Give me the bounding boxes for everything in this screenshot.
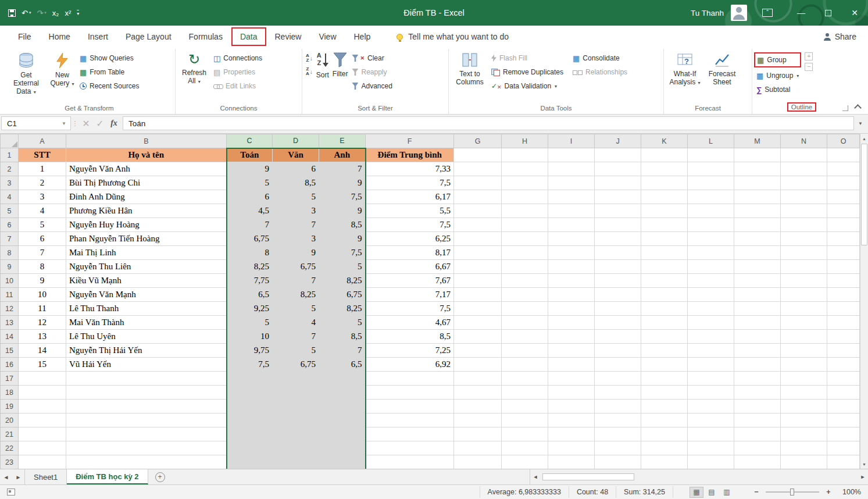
cell-I15[interactable] bbox=[548, 344, 595, 358]
cell-H1[interactable] bbox=[502, 148, 548, 162]
column-header-L[interactable]: L bbox=[688, 134, 734, 148]
cell-G3[interactable] bbox=[454, 176, 502, 190]
cell-G4[interactable] bbox=[454, 190, 502, 204]
cell-J14[interactable] bbox=[595, 330, 641, 344]
cell-N7[interactable] bbox=[781, 232, 827, 246]
cell-H4[interactable] bbox=[502, 190, 548, 204]
cell-H11[interactable] bbox=[502, 288, 548, 302]
cell-C16[interactable]: 7,5 bbox=[227, 358, 273, 372]
insert-function-button[interactable]: fx bbox=[107, 116, 121, 130]
cell-I9[interactable] bbox=[548, 260, 595, 274]
from-table-button[interactable]: ▦From Table bbox=[77, 66, 141, 78]
subtotal-button[interactable]: ∑Subtotal bbox=[754, 84, 801, 95]
cell-M15[interactable] bbox=[734, 344, 781, 358]
cell-E3[interactable]: 9 bbox=[319, 176, 366, 190]
cell-D6[interactable]: 7 bbox=[273, 218, 319, 232]
cell-L11[interactable] bbox=[688, 288, 734, 302]
cell-K9[interactable] bbox=[641, 260, 688, 274]
cell-B8[interactable]: Mai Thị Linh bbox=[66, 246, 227, 260]
cell-C23[interactable] bbox=[227, 455, 273, 469]
cell-M9[interactable] bbox=[734, 260, 781, 274]
cell-D9[interactable]: 6,75 bbox=[273, 260, 319, 274]
cell-F15[interactable]: 7,25 bbox=[366, 344, 454, 358]
cell-O15[interactable] bbox=[827, 344, 860, 358]
cell-M23[interactable] bbox=[734, 455, 781, 469]
cell-I10[interactable] bbox=[548, 274, 595, 288]
tab-home[interactable]: Home bbox=[40, 27, 79, 46]
row-header-17[interactable]: 17 bbox=[1, 372, 19, 386]
cell-D19[interactable] bbox=[273, 400, 319, 414]
scroll-down-button[interactable]: ▼ bbox=[860, 459, 868, 469]
cell-B19[interactable] bbox=[66, 400, 227, 414]
page-layout-view-button[interactable]: ▤ bbox=[705, 487, 719, 498]
row-header-8[interactable]: 8 bbox=[1, 246, 19, 260]
cell-J7[interactable] bbox=[595, 232, 641, 246]
cell-I21[interactable] bbox=[548, 427, 595, 441]
cell-A4[interactable]: 3 bbox=[19, 190, 66, 204]
cell-K17[interactable] bbox=[641, 372, 688, 386]
cell-D13[interactable]: 4 bbox=[273, 316, 319, 330]
cell-O22[interactable] bbox=[827, 441, 860, 455]
cell-N16[interactable] bbox=[781, 358, 827, 372]
sort-button[interactable]: AZ Sort bbox=[315, 49, 331, 81]
subscript-button[interactable]: x₂ bbox=[52, 9, 59, 17]
cell-H14[interactable] bbox=[502, 330, 548, 344]
cell-J11[interactable] bbox=[595, 288, 641, 302]
cell-K6[interactable] bbox=[641, 218, 688, 232]
cell-N17[interactable] bbox=[781, 372, 827, 386]
sort-ascending-button[interactable]: AZ↓ bbox=[304, 52, 315, 64]
cell-L21[interactable] bbox=[688, 427, 734, 441]
cell-O10[interactable] bbox=[827, 274, 860, 288]
cell-L16[interactable] bbox=[688, 358, 734, 372]
cell-F13[interactable]: 4,67 bbox=[366, 316, 454, 330]
zoom-slider-track[interactable] bbox=[766, 491, 819, 493]
vertical-scroll-thumb[interactable] bbox=[861, 144, 867, 245]
cell-D2[interactable]: 6 bbox=[273, 162, 319, 176]
tab-file[interactable]: File bbox=[9, 27, 40, 46]
cell-N20[interactable] bbox=[781, 414, 827, 427]
column-header-M[interactable]: M bbox=[734, 134, 781, 148]
cell-H17[interactable] bbox=[502, 372, 548, 386]
cell-J19[interactable] bbox=[595, 400, 641, 414]
cell-E4[interactable]: 7,5 bbox=[319, 190, 366, 204]
zoom-in-button[interactable]: + bbox=[824, 488, 833, 496]
cell-J22[interactable] bbox=[595, 441, 641, 455]
cell-J1[interactable] bbox=[595, 148, 641, 162]
horizontal-scroll-thumb[interactable] bbox=[542, 473, 634, 480]
cell-F4[interactable]: 6,17 bbox=[366, 190, 454, 204]
row-header-12[interactable]: 12 bbox=[1, 302, 19, 316]
get-external-data-button[interactable]: Get External Data ▾ bbox=[5, 49, 47, 97]
row-header-20[interactable]: 20 bbox=[1, 414, 19, 427]
cell-N3[interactable] bbox=[781, 176, 827, 190]
cell-D23[interactable] bbox=[273, 455, 319, 469]
cell-E13[interactable]: 5 bbox=[319, 316, 366, 330]
cell-C2[interactable]: 9 bbox=[227, 162, 273, 176]
collapse-ribbon-button[interactable] bbox=[855, 104, 862, 109]
cell-H13[interactable] bbox=[502, 316, 548, 330]
cell-N8[interactable] bbox=[781, 246, 827, 260]
cell-A22[interactable] bbox=[19, 441, 66, 455]
cell-A12[interactable]: 11 bbox=[19, 302, 66, 316]
cell-M12[interactable] bbox=[734, 302, 781, 316]
cell-O19[interactable] bbox=[827, 400, 860, 414]
name-box[interactable]: C1▼ bbox=[1, 116, 71, 130]
cell-H10[interactable] bbox=[502, 274, 548, 288]
enter-entry-button[interactable]: ✓ bbox=[93, 116, 107, 130]
cell-J5[interactable] bbox=[595, 204, 641, 218]
cell-B6[interactable]: Nguyễn Huy Hoàng bbox=[66, 218, 227, 232]
cell-A1[interactable]: STT bbox=[19, 148, 66, 162]
name-box-splitter[interactable]: ⋮ bbox=[71, 120, 79, 127]
cell-M7[interactable] bbox=[734, 232, 781, 246]
cell-G22[interactable] bbox=[454, 441, 502, 455]
cell-G19[interactable] bbox=[454, 400, 502, 414]
column-header-H[interactable]: H bbox=[502, 134, 548, 148]
vertical-scrollbar[interactable]: ▲ ▼ bbox=[860, 134, 868, 469]
cell-D22[interactable] bbox=[273, 441, 319, 455]
cell-K1[interactable] bbox=[641, 148, 688, 162]
cell-D14[interactable]: 7 bbox=[273, 330, 319, 344]
cell-D20[interactable] bbox=[273, 414, 319, 427]
cell-C1[interactable]: Toán bbox=[227, 148, 273, 162]
cell-H23[interactable] bbox=[502, 455, 548, 469]
cell-I19[interactable] bbox=[548, 400, 595, 414]
cell-O20[interactable] bbox=[827, 414, 860, 427]
